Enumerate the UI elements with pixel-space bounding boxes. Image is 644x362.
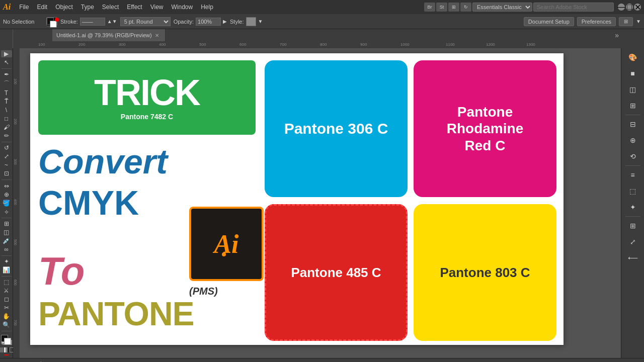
rect-tool[interactable]: □ [1,115,12,122]
menu-object[interactable]: Object [52,3,76,12]
menu-select[interactable]: Select [99,3,122,12]
line-tool[interactable]: \ [1,107,12,114]
ai-icon-text: Ai [214,230,238,258]
stock-button[interactable]: St [436,3,447,12]
toolbar-row: No Selection Stroke: ▲▼ 5 pt. Round Opac… [0,14,644,29]
column-graph-tool[interactable]: 📊 [1,266,12,274]
mesh-tool[interactable]: ⊞ [1,220,12,227]
rotate-tool[interactable]: ↺ [1,144,12,151]
gradient-tool[interactable]: ◫ [1,229,12,236]
arrange-panel-button[interactable]: ⊞ [626,219,640,233]
opacity-label: Opacity: [174,19,194,25]
pathfinder-button[interactable]: ⊕ [626,133,640,147]
collapse-panel-button[interactable]: ⟵ [626,251,640,265]
maximize-button[interactable]: □ [626,4,633,11]
curvature-tool[interactable]: ⌒ [1,79,12,88]
menu-edit[interactable]: Edit [33,3,51,12]
touch-type-tool[interactable]: T̃ [1,98,12,105]
fill-panel-button[interactable]: ■ [626,66,640,80]
transform-button[interactable]: ⟲ [626,149,640,163]
stroke-input[interactable] [80,18,105,26]
shape-builder-tool[interactable]: ⊕ [1,191,12,198]
sync-icon[interactable]: ↻ [460,3,471,12]
menu-view[interactable]: View [147,3,167,12]
stroke-area: Stroke: ▲▼ [60,18,117,26]
workspace-select[interactable]: Essentials Classic [472,3,532,12]
gradient-color-icon[interactable] [4,347,9,352]
green-trick-block: TRICK Pantone 7482 C [38,60,256,135]
close-button[interactable]: ✕ [634,4,641,11]
search-input[interactable] [533,3,614,12]
free-transform-tool[interactable]: ⊡ [1,170,12,177]
pencil-tool[interactable]: ✏ [1,132,12,139]
eyedropper-tool[interactable]: 💉 [1,237,12,244]
preferences-button[interactable]: Preferences [577,17,616,26]
artboard: TRICK Pantone 7482 C Convert CMYK Ai To [30,53,564,345]
arrange-icon[interactable]: ⊞ [448,3,459,12]
artboard-tool[interactable]: ⬚ [1,279,12,286]
convert-text: Convert [38,142,168,181]
gradient-panel-button[interactable]: ◫ [626,82,640,97]
no-color-icon[interactable] [4,354,9,355]
canvas-content: TRICK Pantone 7482 C Convert CMYK Ai To [20,48,621,358]
swatch-rhodamine-label: Pantone Rhodamine Red C [447,104,523,154]
pattern-panel-button[interactable]: ⊞ [626,99,640,113]
arrange-options-icon[interactable]: ⊞ [619,17,633,26]
pen-tool[interactable]: ✒ [1,71,12,78]
warp-tool[interactable]: ~ [1,161,12,168]
solid-color-icon[interactable] [0,347,4,352]
menu-window[interactable]: Window [168,3,196,12]
paintbrush-tool[interactable]: 🖌 [1,124,12,131]
swatch-485: Pantone 485 C [265,204,408,341]
scissors-tool[interactable]: ✂ [1,304,12,311]
right-panel-divider-2 [625,165,640,166]
artboards-panel-button[interactable]: ⬚ [626,184,640,198]
opacity-input[interactable] [196,18,221,26]
tab-expand-button[interactable]: » [615,31,619,39]
swatch-rhodamine: Pantone Rhodamine Red C [414,60,556,197]
menu-type[interactable]: Type [77,3,98,12]
minimize-button[interactable]: — [618,4,625,11]
fill-stroke-swatches[interactable] [1,335,12,337]
symbols-panel-button[interactable]: ✦ [626,200,640,214]
swatch-485-label: Pantone 485 C [291,265,381,281]
window-controls: — □ ✕ [618,4,641,11]
text-tool[interactable]: T [1,89,12,97]
bridge-button[interactable]: Br [424,3,435,12]
zoom-tool[interactable]: 🔍 [1,321,12,328]
menu-bar: Ai File Edit Object Type Select Effect V… [0,0,644,14]
width-tool[interactable]: ⇔ [1,183,12,190]
right-panel: 🎨 ■ ◫ ⊞ ⊟ ⊕ ⟲ ≡ ⬚ ✦ ⊞ ⤢ ⟵ [621,48,644,358]
slice-tool[interactable]: ⚔ [1,287,12,294]
eraser-tool[interactable]: ◻ [1,296,12,303]
live-paint-tool[interactable]: 🪣 [1,200,12,207]
tab-close-button[interactable]: ✕ [155,33,159,38]
menu-help[interactable]: Help [197,3,217,12]
symbol-sprayer-tool[interactable]: ✦ [1,258,12,265]
canvas-wrapper[interactable]: 100 200 300 400 500 600 700 TRICK Panton… [13,48,621,358]
document-tab[interactable]: Untitled-1.ai @ 79.39% (RGB/Preview) ✕ [52,29,166,41]
right-panel-divider-3 [625,216,640,217]
expand-panel-button[interactable]: ⤢ [626,235,640,249]
direct-selection-tool[interactable]: ↖ [1,59,12,66]
doc-tab-label: Untitled-1.ai @ 79.39% (RGB/Preview) [56,32,152,38]
perspective-tool[interactable]: ⟡ [1,208,12,215]
right-panel-top [621,29,644,41]
scale-tool[interactable]: ⤢ [1,153,12,160]
pantone-text: PANTONE [38,295,194,333]
cmyk-text: CMYK [38,183,139,222]
color-wheel-button[interactable]: 🎨 [626,50,640,64]
blend-tool[interactable]: ∞ [1,246,12,253]
align-panel-button[interactable]: ⊟ [626,117,640,131]
layers-panel-button[interactable]: ≡ [626,168,640,182]
hand-tool[interactable]: ✋ [1,313,12,320]
ruler-corner [0,41,13,48]
menu-file[interactable]: File [16,3,32,12]
left-toolbar: ▶ ↖ ✒ ⌒ T T̃ \ □ 🖌 ✏ ↺ ⤢ ~ ⊡ ⇔ ⊕ 🪣 ⟡ ⊞ ◫… [0,48,13,358]
fill-swatch[interactable] [46,17,57,26]
menu-effect[interactable]: Effect [123,3,145,12]
brush-select[interactable]: 5 pt. Round [120,17,171,26]
swatch-306: Pantone 306 C [265,60,408,197]
doc-setup-button[interactable]: Document Setup [524,17,574,26]
selection-tool[interactable]: ▶ [1,50,12,57]
